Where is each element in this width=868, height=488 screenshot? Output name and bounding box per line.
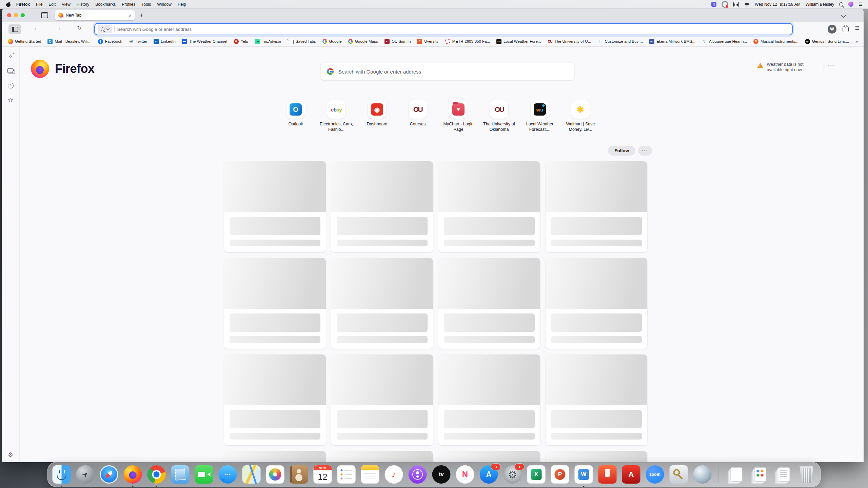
siri-icon[interactable] — [848, 2, 853, 7]
dock-messages[interactable]: ••• — [219, 465, 237, 484]
weather-more-button[interactable]: ··· — [828, 63, 835, 68]
menu-edit[interactable]: Edit — [45, 2, 59, 7]
menu-time[interactable]: 8:17:58 AM — [780, 2, 801, 7]
dock-maps[interactable] — [242, 465, 261, 484]
bookmark-item[interactable]: ♖Customize and Buy ... — [597, 39, 643, 44]
menu-history[interactable]: History — [74, 2, 92, 7]
bookmark-item[interactable]: OMail - Beasley, Willi... — [47, 39, 91, 44]
menu-firefox[interactable]: Firefox — [13, 2, 33, 7]
section-more-button[interactable]: ··· — [638, 146, 652, 156]
bookmark-item[interactable]: METR-2603-850 Fa... — [445, 39, 490, 44]
dock-reminders[interactable] — [337, 465, 356, 484]
reload-button[interactable]: ↻ — [74, 25, 84, 31]
q-app-menu-icon[interactable]: Q — [711, 2, 716, 7]
bookmark-item[interactable]: Getting Started — [8, 39, 41, 44]
bookmark-item[interactable]: ʔAlbuquerque Hearin... — [702, 39, 747, 44]
back-button[interactable]: ← — [32, 25, 42, 32]
dock-safari[interactable] — [100, 465, 118, 484]
dock-music[interactable]: ♪ — [385, 465, 403, 484]
dock-redapp[interactable] — [598, 465, 617, 484]
dock-finder[interactable] — [53, 465, 71, 484]
dock-trash[interactable] — [797, 465, 816, 484]
bookmark-item[interactable]: Google — [322, 39, 342, 44]
bookmark-item[interactable]: Google Maps — [348, 39, 378, 44]
menu-view[interactable]: View — [59, 2, 74, 7]
window-zoom-button[interactable] — [21, 13, 25, 17]
bookmark-item[interactable]: wuLocal Weather Fore... — [496, 39, 541, 44]
bookmarks-star-icon[interactable] — [7, 97, 14, 103]
bookmark-item[interactable]: ∿Genius | Song Lyric... — [805, 39, 849, 44]
tab-close-icon[interactable]: × — [129, 13, 132, 18]
dock-settings[interactable]: ⚙1 — [504, 465, 522, 484]
dock-excel[interactable]: X — [527, 465, 546, 484]
bookmark-item[interactable]: The Weather Channel — [182, 39, 227, 44]
shortcut-tile[interactable]: OUCourses — [397, 100, 438, 132]
dock-stack-grid[interactable] — [750, 465, 768, 484]
widget-menu-icon[interactable] — [733, 2, 739, 7]
dock-stack-plain[interactable] — [726, 465, 745, 484]
bookmark-item[interactable]: Saved Tabs — [288, 39, 316, 44]
window-close-button[interactable] — [7, 13, 11, 17]
dock-mail[interactable] — [171, 465, 190, 484]
dock-photos[interactable] — [266, 465, 284, 484]
shortcut-tile[interactable]: OUThe University of Oklahoma — [479, 100, 519, 132]
dock-facetime[interactable] — [195, 465, 213, 484]
menu-profiles[interactable]: Profiles — [119, 2, 138, 7]
shortcut-tile[interactable]: ✱Walmart | Save Money. Liv... — [560, 100, 601, 132]
newtab-search-box[interactable]: Search with Google or enter address — [321, 63, 574, 80]
dock-tv[interactable]: tv — [432, 465, 451, 484]
bookmark-item[interactable]: adEkena Millwork BMS... — [649, 39, 695, 44]
dock-appstore[interactable]: A3 — [480, 465, 498, 484]
settings-gear-icon[interactable] — [7, 451, 14, 458]
dock-firefox[interactable] — [124, 465, 142, 484]
bookmark-item[interactable]: RMusical Instruments... — [753, 39, 798, 44]
app-menu-icon[interactable]: ☰ — [855, 25, 860, 31]
dock-news[interactable]: N — [456, 465, 474, 484]
history-icon[interactable] — [7, 82, 14, 89]
bookmark-item[interactable]: ✱Yelp — [234, 39, 248, 44]
shortcut-tile[interactable]: OOutlook — [275, 100, 316, 132]
forward-button[interactable]: → — [53, 25, 63, 32]
follow-button[interactable]: Follow — [608, 146, 635, 156]
dock-contacts[interactable] — [290, 465, 308, 484]
shortcut-tile[interactable]: ◉Dashboard — [357, 100, 397, 132]
dock-powerpoint[interactable]: P — [551, 465, 569, 484]
dock-keychain[interactable] — [670, 465, 688, 484]
control-center-icon[interactable]: ☰ — [859, 2, 863, 7]
apple-menu-icon[interactable] — [6, 2, 11, 7]
sidebar-toggle-button[interactable] — [8, 24, 21, 34]
bookmark-item[interactable]: CUversity — [417, 39, 438, 44]
bookmarks-overflow-chevron[interactable]: » — [855, 39, 857, 44]
dock-orb[interactable] — [693, 465, 712, 484]
bookmark-item[interactable]: ooTripAdvisor — [255, 39, 281, 44]
wifi-icon[interactable] — [744, 2, 750, 6]
list-all-tabs-icon[interactable] — [841, 13, 846, 18]
shortcut-tile[interactable]: ♥MyChart - Login Page — [438, 100, 479, 132]
window-minimize-button[interactable] — [14, 13, 18, 17]
ai-chatbot-icon[interactable] — [7, 53, 14, 60]
menu-tools[interactable]: Tools — [138, 2, 154, 7]
dock-acrobat[interactable]: A — [622, 465, 640, 484]
synced-tabs-icon[interactable] — [7, 67, 14, 74]
dock-calendar[interactable]: NOV12 — [314, 465, 332, 484]
notification-app-icon[interactable] — [722, 1, 728, 8]
menu-bookmarks[interactable]: Bookmarks — [92, 2, 119, 7]
dock-stack-lines[interactable] — [774, 465, 792, 484]
dock-launchpad[interactable]: ➤ — [76, 465, 95, 484]
shortcut-tile[interactable]: ebayElectronics, Cars, Fashio... — [316, 100, 357, 132]
dock-chrome[interactable] — [147, 465, 166, 484]
bookmark-item[interactable]: OUThe University of O... — [547, 39, 591, 44]
bookmark-item[interactable]: inLinkedIn — [154, 39, 175, 44]
profile-avatar[interactable]: W — [828, 25, 836, 34]
bookmark-item[interactable]: ⊕Twitter — [129, 39, 147, 44]
dock-notes[interactable] — [361, 465, 379, 484]
bookmark-item[interactable]: fFacebook — [98, 39, 122, 44]
menu-help[interactable]: Help — [175, 2, 189, 7]
menu-file[interactable]: File — [33, 2, 45, 7]
tab-new-tab[interactable]: New Tab × — [55, 10, 135, 20]
dock-word[interactable]: W — [575, 465, 593, 484]
fast-user-switch[interactable]: William Beasley — [806, 2, 834, 7]
search-mode-chip[interactable] — [98, 25, 112, 33]
extensions-puzzle-icon[interactable] — [843, 26, 849, 32]
bookmark-item[interactable]: PfOU Sign In — [384, 39, 411, 44]
